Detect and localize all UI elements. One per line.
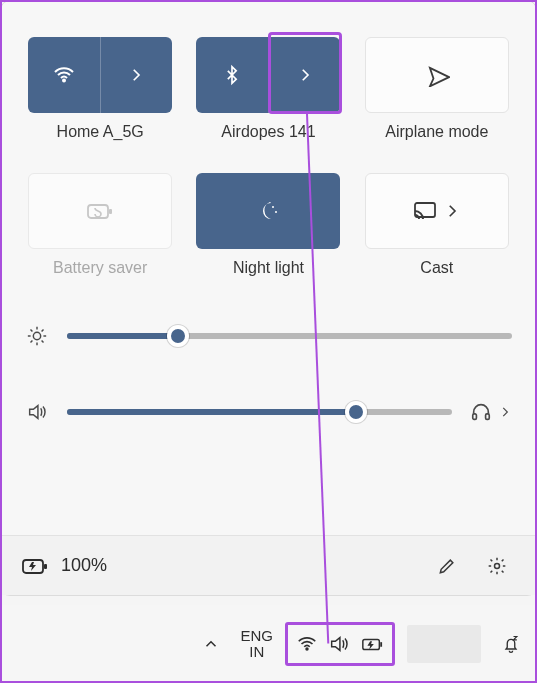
edit-button[interactable] bbox=[428, 547, 466, 585]
tile-cast[interactable] bbox=[365, 173, 509, 249]
battery-percent-text: 100% bbox=[61, 555, 107, 576]
settings-button[interactable] bbox=[478, 547, 516, 585]
system-tray-network-sound-battery[interactable] bbox=[285, 622, 395, 666]
wifi-icon bbox=[296, 633, 318, 655]
tile-battery-saver bbox=[28, 173, 172, 249]
chevron-right-icon[interactable] bbox=[498, 405, 512, 419]
tile-airplane-label: Airplane mode bbox=[385, 123, 488, 141]
svg-point-4 bbox=[272, 206, 274, 208]
svg-line-13 bbox=[42, 341, 44, 343]
svg-rect-17 bbox=[486, 414, 490, 420]
tile-bluetooth-label: Airdopes 141 bbox=[221, 123, 315, 141]
tile-wifi[interactable] bbox=[28, 37, 172, 113]
brightness-track[interactable] bbox=[67, 333, 512, 339]
tile-wifi-label: Home A_5G bbox=[57, 123, 144, 141]
brightness-thumb[interactable] bbox=[167, 325, 189, 347]
tray-chevron[interactable] bbox=[194, 622, 228, 666]
volume-slider[interactable] bbox=[25, 401, 512, 423]
tile-bluetooth[interactable] bbox=[196, 37, 340, 113]
svg-point-7 bbox=[33, 332, 40, 339]
tile-wifi-expand[interactable] bbox=[100, 37, 173, 113]
tile-night-light[interactable] bbox=[196, 173, 340, 249]
chevron-up-icon bbox=[202, 635, 220, 653]
notifications-button[interactable] bbox=[493, 622, 529, 666]
chevron-right-icon bbox=[443, 202, 461, 220]
taskbar-blank-slot bbox=[399, 622, 489, 666]
tile-cast-label: Cast bbox=[420, 259, 453, 277]
svg-line-15 bbox=[42, 329, 44, 331]
volume-thumb[interactable] bbox=[345, 401, 367, 423]
battery-icon bbox=[360, 633, 384, 655]
svg-point-5 bbox=[275, 211, 277, 213]
tile-bluetooth-expand[interactable] bbox=[268, 37, 341, 113]
headphones-icon[interactable] bbox=[470, 401, 492, 423]
svg-line-12 bbox=[30, 329, 32, 331]
cast-icon bbox=[413, 201, 437, 221]
chevron-right-icon bbox=[127, 66, 145, 84]
tile-night-light-label: Night light bbox=[233, 259, 304, 277]
svg-rect-1 bbox=[380, 642, 382, 647]
tile-bluetooth-toggle[interactable] bbox=[196, 37, 268, 113]
brightness-icon bbox=[25, 325, 49, 347]
chevron-right-icon bbox=[296, 66, 314, 84]
lang-bottom: IN bbox=[249, 644, 264, 661]
lang-top: ENG bbox=[240, 628, 273, 645]
brightness-slider[interactable] bbox=[25, 325, 512, 347]
speaker-icon bbox=[328, 633, 350, 655]
quick-settings-panel: Home A_5GAirdopes 141Airplane modeBatter… bbox=[0, 0, 537, 596]
speaker-icon bbox=[25, 401, 49, 423]
tile-airplane[interactable] bbox=[365, 37, 509, 113]
airplane-icon bbox=[424, 63, 450, 87]
night-light-icon bbox=[256, 199, 280, 223]
language-indicator[interactable]: ENG IN bbox=[232, 622, 281, 666]
panel-footer: 100% bbox=[1, 535, 536, 595]
svg-rect-16 bbox=[473, 414, 477, 420]
wifi-icon bbox=[52, 63, 76, 87]
battery-status-icon bbox=[21, 555, 49, 577]
svg-rect-19 bbox=[44, 564, 47, 569]
svg-rect-3 bbox=[109, 209, 112, 214]
bluetooth-icon bbox=[222, 63, 242, 87]
volume-track[interactable] bbox=[67, 409, 452, 415]
svg-line-14 bbox=[30, 341, 32, 343]
bell-snooze-icon bbox=[501, 634, 521, 654]
svg-point-20 bbox=[495, 563, 500, 568]
tile-battery-saver-label: Battery saver bbox=[53, 259, 147, 277]
gear-icon bbox=[487, 556, 507, 576]
pencil-icon bbox=[437, 556, 457, 576]
tile-wifi-toggle[interactable] bbox=[28, 37, 100, 113]
battery-saver-icon bbox=[86, 200, 114, 222]
